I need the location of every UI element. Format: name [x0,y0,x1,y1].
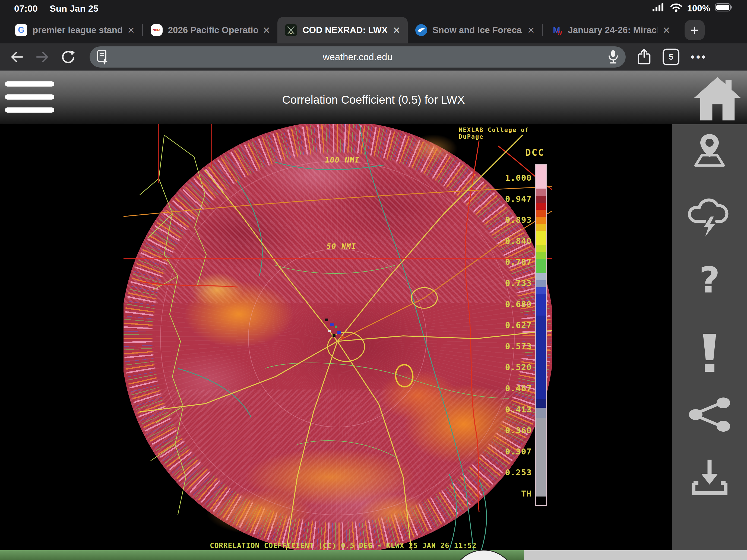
echo-bit [337,331,341,334]
range-ring-label-inner: 50 NMI [326,242,357,250]
echo-bit [330,323,334,326]
page-title: Correlation Coefficient (0.5) for LWX [0,93,747,106]
share-nodes-icon[interactable] [687,397,732,433]
menu-icon[interactable] [5,107,54,113]
battery-icon [715,3,733,14]
echo-bit [325,319,328,321]
more-menu-button[interactable]: ••• [691,51,707,63]
map-pin-icon[interactable] [688,132,731,169]
home-icon[interactable] [692,75,743,123]
google-favicon: G [15,24,27,36]
tab-close-icon[interactable]: × [528,24,535,36]
help-icon[interactable]: ? [699,262,720,298]
range-ring-label-outer: 100 NMI [325,156,360,164]
scale-label: 0.413 [492,404,532,414]
date: Sun Jan 25 [50,3,99,14]
forward-button[interactable] [35,50,49,64]
storm-cloud-icon[interactable] [682,193,737,240]
page-header: Correlation Coefficient (0.5) for LWX [0,71,747,124]
browser-tab-2[interactable]: COD NEXRAD: LWX× [277,17,407,44]
reload-button[interactable] [61,49,76,64]
red-gridline [124,258,552,259]
ndia-favicon: NDIA [151,24,162,36]
browser-tab-0[interactable]: Gpremier league standin× [8,17,142,44]
voice-search-icon[interactable] [608,49,619,64]
status-left: 07:00 Sun Jan 25 [14,3,98,14]
scale-label: TH [492,489,532,499]
ipad-screen: 07:00 Sun Jan 25 100% [0,0,747,560]
radar-viewport[interactable]: 100 NMI 50 NMI NEXLAB College of DuPage … [0,124,672,550]
url-text[interactable]: weather.cod.edu [89,52,626,62]
scale-label: 0.733 [492,278,532,288]
browser-toolbar: weather.cod.edu 5 ••• [0,44,747,71]
scale-label: 0.787 [492,257,532,267]
echo-bit [335,326,337,328]
scale-label: 1.000 [492,173,532,183]
product-caption: CORRELATION COEFFICIENT (CC) 0.5 DEG - K… [210,541,476,550]
cellular-signal-icon [652,3,665,14]
red-gridline [211,124,212,168]
battery-percent: 100% [687,3,710,14]
new-tab-button[interactable]: + [685,20,705,40]
tab-close-icon[interactable]: × [393,24,400,36]
alert-icon[interactable] [693,332,726,374]
radar-product-image[interactable]: 100 NMI 50 NMI NEXLAB College of DuPage … [124,124,552,550]
tab-close-icon[interactable]: × [128,24,135,36]
map-overlay [124,124,552,550]
share-button[interactable] [637,49,651,65]
tab-close-icon[interactable]: × [263,24,270,36]
scale-label: 0.893 [492,215,532,225]
clock: 07:00 [14,3,38,14]
tab-strip: Gpremier league standin×NDIA2026 Pacific… [0,17,747,44]
echo-bit [341,337,344,339]
tab-title: 2026 Pacific Operation [168,25,258,35]
scale-label: 0.253 [492,468,532,477]
echo-bit [333,334,335,337]
tool-rail: ? [672,124,747,550]
browser-tab-1[interactable]: NDIA2026 Pacific Operation× [143,17,278,44]
status-right: 100% [652,3,733,14]
menu-icon[interactable] [5,81,54,86]
radar-area: 100 NMI 50 NMI NEXLAB College of DuPage … [0,124,747,550]
browser-tab-3[interactable]: Snow and Ice Forecasts× [408,17,542,44]
download-icon[interactable] [689,458,730,497]
red-gridline [158,124,159,183]
scale-title: DCC [525,147,544,158]
tab-title: premier league standin [32,25,122,35]
scale-label: 0.307 [492,447,532,456]
tab-close-icon[interactable]: × [663,24,670,36]
tab-title: COD NEXRAD: LWX [302,25,388,35]
echo-bit [328,330,331,332]
scale-label: 0.947 [492,194,532,204]
browser-tab-4[interactable]: MWJanuary 24-26: Miracle× [543,17,677,44]
scale-label: 0.840 [492,236,532,246]
scale-label: 0.627 [492,320,532,330]
scale-label: 0.573 [492,341,532,351]
nexlab-watermark: NEXLAB College of DuPage [459,127,552,140]
scale-label: 0.360 [492,425,532,435]
scale-label: 0.467 [492,383,532,393]
url-bar[interactable]: weather.cod.edu [89,46,626,68]
status-bar: 07:00 Sun Jan 25 100% [0,0,747,17]
footer-scroll-track[interactable] [524,550,747,560]
tab-title: January 24-26: Miracle [568,25,658,35]
back-button[interactable] [10,50,24,64]
noaa-favicon [415,24,427,36]
wifi-icon [670,3,682,14]
scale-label: 0.680 [492,299,532,309]
tab-overview-button[interactable]: 5 [663,49,679,65]
cod-favicon [285,24,297,36]
tab-title: Snow and Ice Forecasts [433,25,522,35]
color-scale-bar [535,164,547,506]
scale-label: 0.520 [492,362,532,372]
mw-favicon: MW [550,24,562,36]
footer-bar [0,550,524,560]
